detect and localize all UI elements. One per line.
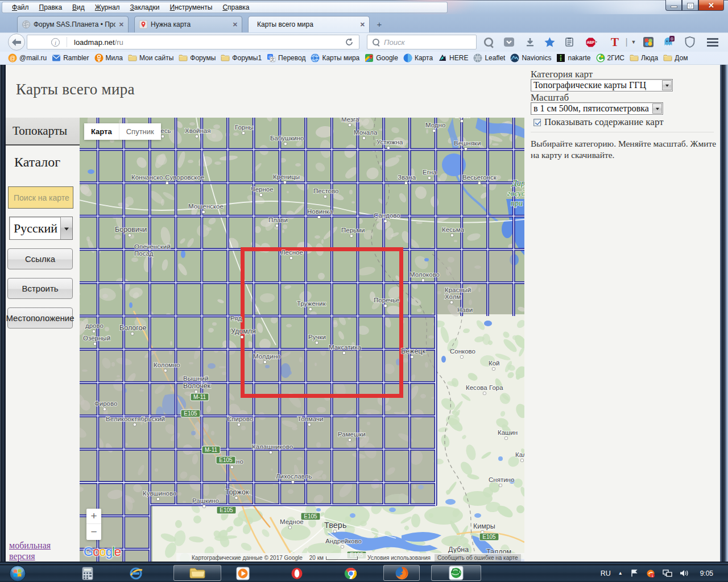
svg-text:М-11: М-11	[193, 394, 206, 400]
svg-text:Плави: Плави	[268, 217, 288, 223]
svg-text:E105: E105	[482, 534, 496, 540]
svg-text:Красный: Красный	[445, 286, 471, 293]
svg-text:Кой: Кой	[489, 360, 500, 367]
svg-text:E105: E105	[220, 507, 233, 513]
svg-text:Вешняки: Вешняки	[454, 140, 481, 147]
svg-text:Новинка: Новинка	[307, 208, 333, 215]
svg-text:Лесное: Лесное	[281, 249, 303, 256]
svg-text:Коломно: Коломно	[154, 361, 180, 368]
svg-text:М-11: М-11	[205, 447, 217, 453]
svg-text:Пестово: Пестово	[313, 188, 338, 194]
svg-text:Калашниково: Калашниково	[252, 443, 293, 450]
svg-text:E105: E105	[304, 513, 317, 519]
svg-text:ABP: ABP	[587, 40, 595, 44]
svg-text:Кувшиново: Кувшиново	[143, 490, 176, 497]
svg-text:Боровичи: Боровичи	[115, 226, 147, 234]
svg-text:Толмачи: Толмачи	[297, 415, 323, 422]
svg-text:Торжок: Торжок	[225, 488, 249, 496]
svg-text:Модно: Модно	[425, 122, 445, 128]
svg-text:E105: E105	[219, 457, 233, 463]
svg-text:Хвойная: Хвойная	[185, 127, 210, 134]
svg-text:Фирово: Фирово	[94, 400, 117, 407]
svg-text:Сонково: Сонково	[450, 348, 475, 355]
svg-text:Горны: Горны	[235, 124, 254, 131]
svg-text:Рашкино: Рашкино	[192, 497, 219, 504]
svg-text:Бабушкино: Бабушкино	[270, 135, 304, 142]
svg-text:Максатиха: Максатиха	[329, 344, 361, 351]
svg-text:Мезга: Мезга	[341, 118, 359, 123]
svg-text:文: 文	[271, 57, 275, 62]
svg-text:Кимры: Кимры	[473, 522, 495, 530]
svg-text:Кесова Гора: Кесова Гора	[466, 384, 503, 391]
svg-text:Кончанско-Суворовское: Кончанско-Суворовское	[131, 174, 204, 181]
svg-text:Великооктябрьский: Великооктябрьский	[106, 415, 165, 422]
svg-text:Кашин: Кашин	[498, 429, 518, 436]
svg-text:Брей: Брей	[455, 118, 470, 119]
svg-text:Каля: Каля	[515, 451, 524, 458]
svg-text:Дар: Дар	[511, 179, 524, 188]
svg-text:Молоково: Молоково	[410, 271, 440, 278]
svg-text:Мочала: Мочала	[354, 129, 378, 136]
svg-text:Рамешки: Рамешки	[338, 431, 366, 438]
svg-text:Сандово: Сандово	[374, 212, 400, 219]
svg-text:Спирово: Спирово	[227, 415, 253, 422]
svg-text:Бологое: Бологое	[119, 324, 147, 332]
svg-text:Креницы: Креницы	[273, 173, 300, 180]
svg-text:Молдино: Молдино	[253, 353, 280, 360]
svg-text:Егна: Егна	[423, 169, 437, 176]
svg-text:Поречье: Поречье	[374, 297, 399, 304]
svg-text:Лихославль: Лихославль	[276, 473, 312, 480]
svg-text:Устюжна: Устюжна	[377, 139, 403, 146]
svg-text:@: @	[10, 55, 15, 61]
svg-text:Волочёк: Волочёк	[183, 382, 211, 390]
svg-text:дрово: дрово	[85, 322, 104, 329]
svg-text:Кесьма: Кесьма	[442, 226, 465, 233]
svg-text:Звана: Звана	[398, 174, 416, 181]
svg-text:Черное: Черное	[251, 186, 274, 193]
svg-text:Труженик: Труженик	[297, 300, 326, 307]
svg-text:Опеченский: Опеченский	[134, 243, 171, 250]
svg-text:Ряд: Ряд	[230, 315, 242, 322]
svg-text:Вышний: Вышний	[183, 375, 208, 382]
svg-text:госуда: госуда	[507, 189, 524, 198]
svg-text:Посад: Посад	[134, 250, 154, 257]
svg-text:Нави: Нави	[457, 306, 473, 313]
svg-text:при: при	[511, 199, 523, 207]
svg-text:Медное: Медное	[280, 518, 304, 525]
svg-text:Холм: Холм	[445, 293, 461, 300]
svg-text:Бежецк: Бежецк	[401, 347, 425, 355]
svg-text:Удомля: Удомля	[231, 327, 256, 335]
svg-text:Перьми: Перьми	[341, 227, 365, 234]
svg-text:Мошенское: Мошенское	[188, 203, 224, 210]
svg-text:Ручки: Ручки	[308, 334, 326, 340]
svg-text:Весьегонск: Весьегонск	[462, 174, 497, 181]
svg-text:Дубна: Дубна	[448, 546, 469, 554]
svg-text:Снятино: Снятино	[489, 476, 514, 483]
svg-text:E105: E105	[184, 410, 197, 417]
svg-text:Тверь: Тверь	[324, 521, 346, 530]
svg-text:Озёрный: Озёрный	[83, 335, 110, 342]
svg-text:1: 1	[651, 574, 653, 577]
svg-text:0: 0	[671, 36, 673, 41]
svg-text:Андрейково: Андрейково	[325, 538, 362, 544]
